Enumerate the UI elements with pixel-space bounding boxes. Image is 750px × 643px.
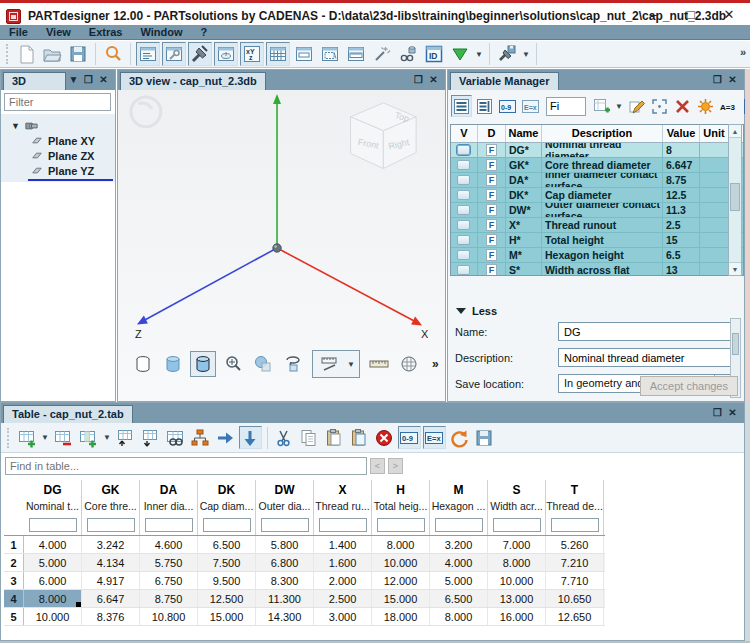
menu-item[interactable]: ?: [192, 25, 217, 40]
table-column-header[interactable]: DG Nominal t...: [24, 480, 82, 535]
variable-row[interactable]: F GK* Core thread diameter 6.647: [451, 158, 743, 173]
generate-dropdown-icon[interactable]: ▼: [475, 50, 483, 59]
reload-table-icon[interactable]: [448, 426, 471, 449]
view-glasses-icon[interactable]: [396, 42, 420, 66]
visibility-checkbox[interactable]: [457, 235, 470, 245]
list-view-icon[interactable]: [451, 95, 472, 117]
scrollbar-thumb[interactable]: [732, 333, 739, 355]
panel-menu-icon[interactable]: ▼: [66, 73, 81, 87]
row-number[interactable]: 2: [4, 554, 24, 571]
history-filter-input[interactable]: [4, 93, 111, 111]
row-number[interactable]: 3: [4, 572, 24, 589]
variable-row[interactable]: F DK* Cap diameter 12.5: [451, 188, 743, 203]
edit-variable-icon[interactable]: [626, 95, 647, 117]
panel-close-icon[interactable]: ✕: [725, 406, 740, 420]
table-column-header[interactable]: DK Cap diam...: [198, 480, 256, 535]
paste-special-icon[interactable]: [348, 426, 371, 449]
formula-display-icon[interactable]: E=x: [423, 426, 446, 449]
variable-manager-tab[interactable]: Variable Manager: [450, 72, 559, 90]
table-row[interactable]: 3 6.000 4.917 6.750 9.500 8.300 2.000 12…: [4, 572, 605, 590]
add-row-dropdown-icon[interactable]: ▼: [41, 433, 49, 442]
find-in-table-input[interactable]: [5, 457, 367, 475]
maximize-button[interactable]: □: [682, 7, 700, 23]
column-filter-input[interactable]: [145, 518, 193, 532]
measure-dropdown-icon[interactable]: ▼: [347, 360, 355, 369]
column-filter-input[interactable]: [493, 518, 541, 532]
table-column-header[interactable]: DA Inner dia...: [140, 480, 198, 535]
variable-row[interactable]: F S* Width across flat 13: [451, 263, 743, 276]
select-frame-icon[interactable]: [649, 95, 670, 117]
save-table-icon[interactable]: [473, 426, 496, 449]
history-tab[interactable]: 3D History: [3, 72, 66, 90]
export-part-icon[interactable]: [495, 42, 519, 66]
table-row[interactable]: 4 8.000 6.647 8.750 12.500 11.300 2.500 …: [4, 590, 605, 608]
variable-quick-filter-input[interactable]: [546, 97, 586, 116]
panel-maximize-icon[interactable]: ❒: [710, 406, 725, 420]
minimize-button[interactable]: –: [644, 7, 662, 23]
hierarchy-icon[interactable]: [189, 426, 212, 449]
formula-mode-icon[interactable]: E=x: [520, 95, 541, 117]
value-mode-icon[interactable]: 0-9: [497, 95, 518, 117]
assignment-icon[interactable]: A=3: [718, 95, 739, 117]
move-row-down-icon[interactable]: [139, 426, 162, 449]
table-panel-toggle-icon[interactable]: [266, 42, 290, 66]
scroll-down-icon[interactable]: ▼: [729, 262, 741, 275]
column-filter-input[interactable]: [435, 518, 483, 532]
table-row[interactable]: 5 10.000 8.376 10.800 15.000 14.300 3.00…: [4, 608, 605, 626]
move-row-up-icon[interactable]: [114, 426, 137, 449]
variable-row[interactable]: F H* Total height 15: [451, 233, 743, 248]
add-column-icon[interactable]: [77, 426, 100, 449]
visibility-checkbox[interactable]: [457, 145, 470, 155]
column-filter-input[interactable]: [261, 518, 309, 532]
copy-icon[interactable]: [298, 426, 321, 449]
panel-close-icon[interactable]: ✕: [96, 73, 111, 87]
column-filter-input[interactable]: [551, 518, 599, 532]
dimension-panel-icon[interactable]: [318, 42, 342, 66]
table-column-header[interactable]: X Thread ru...: [314, 480, 372, 535]
table-column-header[interactable]: M Hexagon ...: [430, 480, 488, 535]
magic-wand-icon[interactable]: [370, 42, 394, 66]
tools-panel-toggle-icon[interactable]: [162, 42, 186, 66]
tree-item-plane-zx[interactable]: Plane ZX: [29, 148, 94, 163]
visibility-checkbox[interactable]: [457, 175, 470, 185]
menu-item[interactable]: Window: [131, 25, 191, 40]
table-column-header[interactable]: GK Core thre...: [82, 480, 140, 535]
add-column-dropdown-icon[interactable]: ▼: [103, 433, 111, 442]
scroll-up-icon[interactable]: ▲: [729, 125, 741, 138]
add-row-icon[interactable]: [15, 426, 38, 449]
shaded-mode-icon[interactable]: [160, 351, 186, 377]
transparency-icon[interactable]: [250, 351, 276, 377]
panel-maximize-icon[interactable]: ❒: [411, 73, 426, 87]
digits-mode-icon[interactable]: 0-9: [398, 426, 421, 449]
visibility-checkbox[interactable]: [457, 190, 470, 200]
column-filter-input[interactable]: [319, 518, 367, 532]
panel-close-icon[interactable]: ✕: [426, 73, 441, 87]
slide-panel-icon[interactable]: [292, 42, 316, 66]
sketcher-toggle-icon[interactable]: [214, 42, 238, 66]
menu-item[interactable]: Extras: [80, 25, 132, 40]
find-previous-button[interactable]: <: [370, 458, 385, 474]
column-filter-input[interactable]: [87, 518, 135, 532]
3d-view-toggle-icon[interactable]: [188, 42, 212, 66]
search-icon[interactable]: [101, 42, 125, 66]
visibility-checkbox[interactable]: [457, 250, 470, 260]
id-icon[interactable]: ID: [422, 42, 446, 66]
view-toolbar-overflow-icon[interactable]: »: [432, 357, 439, 371]
variable-row[interactable]: F DA* Inner diameter contact surface 8.7…: [451, 173, 743, 188]
row-number[interactable]: 5: [4, 608, 24, 625]
column-filter-input[interactable]: [377, 518, 425, 532]
rotate-view-icon[interactable]: [280, 351, 306, 377]
tree-item-plane-xy[interactable]: Plane XY: [29, 133, 95, 148]
table-column-header[interactable]: DW Outer dia...: [256, 480, 314, 535]
variable-row[interactable]: F M* Hexagon height 6.5: [451, 248, 743, 263]
menu-item[interactable]: View: [37, 25, 80, 40]
variable-row[interactable]: F DG* Nominal thread diameter 8: [451, 143, 743, 158]
toolbar-overflow-icon[interactable]: »: [740, 46, 746, 58]
visibility-checkbox[interactable]: [457, 220, 470, 230]
measure-panel-icon[interactable]: [344, 42, 368, 66]
3d-viewport[interactable]: Top Front Right Z X: [118, 90, 445, 401]
delete-variable-icon[interactable]: [672, 95, 693, 117]
tree-expander-icon[interactable]: ▼: [11, 121, 20, 131]
row-number[interactable]: 4: [4, 590, 24, 607]
table-column-header[interactable]: H Total heig...: [372, 480, 430, 535]
